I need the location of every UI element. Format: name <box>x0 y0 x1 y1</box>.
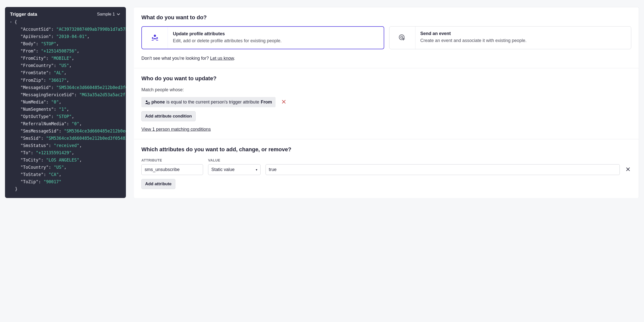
person-attribute-icon <box>145 100 150 105</box>
option-desc: Create an event and associate it with ex… <box>420 37 526 44</box>
fold-caret-icon[interactable]: ▾ <box>10 20 14 25</box>
json-comma: , <box>72 114 74 119</box>
json-pair: "NumSegments": "1", <box>10 106 126 113</box>
json-pair: "SmsMessageSid": "SM5364ce3d660485e212b0… <box>10 128 126 135</box>
json-key: "MessageSid" <box>20 85 51 90</box>
event-click-icon <box>398 33 407 42</box>
json-value: "2010-04-01" <box>56 34 87 39</box>
json-key: "ToCountry" <box>20 165 49 170</box>
json-colon: : <box>46 56 51 61</box>
json-colon: : <box>36 41 41 46</box>
json-value: "SM5364ce3d660485e212b0ed3f05482dea" <box>46 136 126 141</box>
json-value: "AL" <box>54 70 64 75</box>
json-comma: , <box>64 165 66 170</box>
option-send-event[interactable]: Send an event Create an event and associ… <box>389 26 632 49</box>
json-value: "1" <box>59 107 67 112</box>
json-pair: "ToCity": "LOS ANGELES", <box>10 157 126 164</box>
json-comma: , <box>79 121 82 126</box>
json-colon: : <box>51 85 56 90</box>
sample-selector[interactable]: Sample 1 <box>97 12 120 17</box>
attr-column-labels: ATTRIBUTE VALUE <box>142 158 631 162</box>
json-comma: , <box>77 49 79 54</box>
trigger-data-panel: Trigger data Sample 1 ▾ { "AccountSid": … <box>5 7 126 198</box>
json-key: "NumSegments" <box>20 107 54 112</box>
who-heading: Who do you want to update? <box>142 75 631 82</box>
json-value: "SM5364ce3d660485e212b0ed3f05482d" <box>56 85 126 90</box>
chevron-down-icon <box>117 13 120 16</box>
option-update-profile[interactable]: Update profile attributes Edit, add or d… <box>142 26 384 49</box>
json-key: "AccountSid" <box>20 27 51 32</box>
condition-attribute: phone <box>152 100 165 105</box>
json-pair: "From": "+12514508756", <box>10 48 126 55</box>
json-comma: , <box>79 158 82 162</box>
json-colon: : <box>51 114 56 119</box>
json-colon: : <box>66 121 72 126</box>
json-colon: : <box>41 158 46 162</box>
svg-rect-6 <box>148 102 150 104</box>
help-prefix: Don't see what you're looking for? <box>142 56 210 61</box>
add-condition-button[interactable]: Add attribute condition <box>142 111 196 121</box>
json-pair: "ReferralNumMedia": "0", <box>10 120 126 128</box>
json-pair: "FromState": "AL", <box>10 69 126 77</box>
option-desc: Edit, add or delete profile attributes f… <box>173 38 282 44</box>
json-viewer: ▾ { "AccountSid": "AC39732087409ab7990b1… <box>10 19 126 193</box>
option-title: Send an event <box>420 31 526 36</box>
value-type-selected: Static value <box>211 167 234 172</box>
json-key: "ToState" <box>20 172 44 177</box>
svg-point-2 <box>156 37 158 39</box>
json-colon: : <box>51 34 56 39</box>
trigger-title: Trigger data <box>10 12 37 17</box>
attribute-column-label: ATTRIBUTE <box>142 158 203 162</box>
who-subtext: Match people whose: <box>142 87 631 93</box>
json-comma: , <box>56 41 59 46</box>
option-icon-box <box>142 27 168 49</box>
json-colon: : <box>31 150 36 155</box>
json-value: "AC39732087409ab7990b1d7a57bf991d" <box>56 27 126 32</box>
option-icon-box <box>390 27 416 49</box>
attribute-value-input[interactable] <box>266 164 620 175</box>
add-attribute-button[interactable]: Add attribute <box>142 179 175 189</box>
json-colon: : <box>41 136 46 141</box>
json-colon: : <box>49 70 54 75</box>
remove-attribute-icon[interactable] <box>625 167 631 172</box>
json-colon: : <box>59 129 64 134</box>
json-key: "OptOutType" <box>20 114 51 119</box>
remove-condition-icon[interactable] <box>282 100 286 105</box>
value-type-select[interactable]: Static value <box>208 164 260 175</box>
attribute-name-input[interactable] <box>142 164 203 175</box>
json-colon: : <box>44 172 48 177</box>
json-value: "MG3a35a2d53a5ac2f15d4d5" <box>79 92 126 97</box>
attr-heading: Which attributes do you want to add, cha… <box>142 146 631 153</box>
view-matches-link[interactable]: View 1 person matching conditions <box>142 127 211 132</box>
json-key: "SmsStatus" <box>20 143 49 148</box>
condition-chip[interactable]: phone is equal to the current person's t… <box>142 97 276 107</box>
json-key: "ToZip" <box>20 179 38 184</box>
json-comma: , <box>69 63 72 68</box>
json-pair: "ToState": "CA", <box>10 171 126 178</box>
json-comma: , <box>87 34 90 39</box>
json-pair: "Body": "STOP", <box>10 40 126 48</box>
json-value: "STOP" <box>56 114 72 119</box>
json-key: "Body" <box>20 41 36 46</box>
condition-trigger-attr: From <box>261 100 272 105</box>
json-pair: "ToZip": "90017" <box>10 178 126 185</box>
json-key: "From" <box>20 49 36 54</box>
json-pair: "ApiVersion": "2010-04-01", <box>10 33 126 40</box>
json-key: "ReferralNumMedia" <box>20 121 66 126</box>
json-colon: : <box>46 100 51 105</box>
json-value: "+12514508756" <box>41 49 77 54</box>
json-comma: , <box>66 107 69 112</box>
sample-label: Sample 1 <box>97 12 115 17</box>
json-key: "FromCountry" <box>20 63 54 68</box>
json-comma: , <box>79 143 82 148</box>
help-line: Don't see what you're looking for? Let u… <box>142 56 631 61</box>
condition-row: phone is equal to the current person's t… <box>142 97 631 107</box>
help-link[interactable]: Let us know <box>210 56 234 61</box>
json-value: "US" <box>54 165 64 170</box>
json-colon: : <box>36 49 41 54</box>
json-key: "FromCity" <box>20 56 46 61</box>
trigger-header: Trigger data Sample 1 <box>10 12 126 17</box>
main-panel: What do you want to do? <box>134 7 639 198</box>
json-key: "ToCity" <box>20 158 41 162</box>
json-colon: : <box>49 165 54 170</box>
